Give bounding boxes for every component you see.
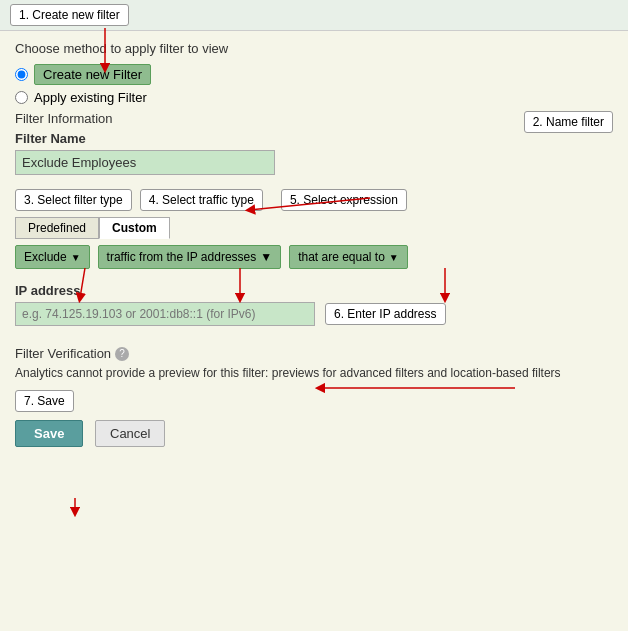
step3-bubble: 3. Select filter type: [15, 189, 132, 211]
radio-apply-existing-input[interactable]: [15, 91, 28, 104]
choose-method-label: Choose method to apply filter to view: [15, 41, 613, 56]
steps-345-row: 3. Select filter type 4. Select traffic …: [15, 189, 613, 211]
expression-label: that are equal to: [298, 250, 385, 264]
dropdowns-row: Exclude ▼ traffic from the IP addresses …: [15, 245, 613, 269]
step5-bubble: 5. Select expression: [281, 189, 407, 211]
filter-name-label: Filter Name: [15, 131, 514, 146]
step1-bubble: 1. Create new filter: [10, 4, 129, 26]
save-button[interactable]: Save: [15, 420, 83, 447]
step2-row: Filter Information Filter Name 2. Name f…: [15, 111, 613, 175]
exclude-label: Exclude: [24, 250, 67, 264]
main-content: Choose method to apply filter to view Cr…: [0, 31, 628, 631]
expression-arrow-icon: ▼: [389, 252, 399, 263]
verification-text: Analytics cannot provide a preview for t…: [15, 366, 613, 380]
filter-name-input[interactable]: [15, 150, 275, 175]
radio-create-new[interactable]: Create new Filter: [15, 64, 613, 85]
step6-bubble: 6. Enter IP address: [325, 303, 446, 325]
create-new-label: Create new Filter: [34, 64, 151, 85]
expression-dropdown[interactable]: that are equal to ▼: [289, 245, 408, 269]
help-icon[interactable]: ?: [115, 347, 129, 361]
filter-verification: Filter Verification ? Analytics cannot p…: [15, 346, 613, 380]
traffic-arrow-icon: ▼: [260, 250, 272, 264]
radio-group: Create new Filter Apply existing Filter: [15, 64, 613, 105]
exclude-dropdown[interactable]: Exclude ▼: [15, 245, 90, 269]
traffic-label: traffic from the IP addresses: [107, 250, 257, 264]
verification-title-text: Filter Verification: [15, 346, 111, 361]
step2-bubble: 2. Name filter: [524, 111, 613, 133]
save-section: Save Cancel: [15, 420, 613, 447]
top-bar: 1. Create new filter: [0, 0, 628, 31]
radio-apply-existing[interactable]: Apply existing Filter: [15, 90, 613, 105]
cancel-button[interactable]: Cancel: [95, 420, 165, 447]
ip-label: IP address: [15, 283, 613, 298]
verification-title-row: Filter Verification ?: [15, 346, 613, 361]
ip-input[interactable]: [15, 302, 315, 326]
tab-custom[interactable]: Custom: [99, 217, 170, 239]
ip-section: IP address 6. Enter IP address: [15, 283, 613, 326]
step7-bubble: 7. Save: [15, 390, 74, 412]
filter-info-title: Filter Information: [15, 111, 514, 126]
exclude-arrow-icon: ▼: [71, 252, 81, 263]
radio-create-new-input[interactable]: [15, 68, 28, 81]
step7-row: 7. Save: [15, 390, 613, 412]
apply-existing-label: Apply existing Filter: [34, 90, 147, 105]
filter-type-tabs: Predefined Custom: [15, 217, 613, 239]
traffic-dropdown[interactable]: traffic from the IP addresses ▼: [98, 245, 282, 269]
step4-bubble: 4. Select traffic type: [140, 189, 263, 211]
tab-predefined[interactable]: Predefined: [15, 217, 99, 239]
